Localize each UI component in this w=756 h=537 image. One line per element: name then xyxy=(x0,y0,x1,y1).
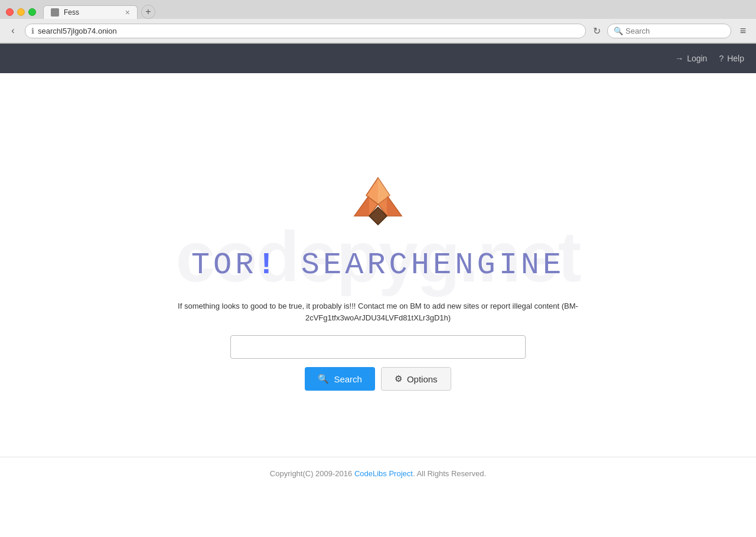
nav-bar: ‹ ℹ ↻ 🔍 ≡ xyxy=(0,19,756,43)
security-info-icon[interactable]: ℹ xyxy=(31,27,34,35)
fullscreen-traffic-light[interactable] xyxy=(28,8,36,16)
options-icon: ⚙ xyxy=(395,374,402,384)
tab-favicon xyxy=(51,8,59,17)
browser-chrome: Fess × + ‹ ℹ ↻ 🔍 ≡ xyxy=(0,0,756,44)
search-button-icon: 🔍 xyxy=(318,374,329,384)
active-tab[interactable]: Fess × xyxy=(43,5,138,19)
search-area: 🔍 Search ⚙ Options xyxy=(230,335,526,391)
footer-rights: . All Rights Reserved. xyxy=(413,469,486,478)
logo-container xyxy=(343,163,413,236)
help-nav-item[interactable]: ? Help xyxy=(719,54,744,63)
address-bar[interactable]: ℹ xyxy=(25,24,586,38)
tab-close-button[interactable]: × xyxy=(125,8,130,17)
browser-menu-button[interactable]: ≡ xyxy=(735,22,751,39)
main-search-input[interactable] xyxy=(230,335,526,359)
help-icon: ? xyxy=(719,54,724,63)
title-bar: Fess × + xyxy=(0,0,756,19)
options-button-label: Options xyxy=(407,374,438,384)
back-button[interactable]: ‹ xyxy=(5,22,21,39)
title-exclamation: ! xyxy=(257,248,279,283)
address-input[interactable] xyxy=(38,27,579,35)
title-part1: Tor xyxy=(191,248,258,283)
tab-bar: Fess × + xyxy=(43,5,750,19)
search-button-label: Search xyxy=(334,374,362,384)
reload-button[interactable]: ↻ xyxy=(589,24,604,38)
main-content: codepyg.net Tor! SearchEngine If somethi… xyxy=(0,73,756,457)
login-icon: → xyxy=(675,54,683,63)
options-button[interactable]: ⚙ Options xyxy=(381,367,451,391)
footer-copyright: Copyright(C) 2009-2016 xyxy=(270,469,352,478)
browser-search-icon: 🔍 xyxy=(614,27,623,35)
title-part2: SearchEngine xyxy=(301,248,565,283)
search-button[interactable]: 🔍 Search xyxy=(305,367,375,391)
site-title: Tor! SearchEngine xyxy=(191,248,565,283)
disclaimer-text: If something looks to good to be true, i… xyxy=(142,300,614,323)
new-tab-button[interactable]: + xyxy=(141,5,155,19)
tab-title: Fess xyxy=(64,8,120,17)
minimize-traffic-light[interactable] xyxy=(17,8,25,16)
site-header: → Login ? Help xyxy=(0,44,756,73)
header-nav: → Login ? Help xyxy=(675,54,744,63)
close-traffic-light[interactable] xyxy=(6,8,14,16)
svg-marker-5 xyxy=(354,195,369,216)
browser-search-input[interactable] xyxy=(625,27,725,35)
login-label: Login xyxy=(687,54,707,63)
site-footer: Copyright(C) 2009-2016 CodeLibs Project.… xyxy=(0,457,756,490)
site-logo xyxy=(343,163,413,234)
svg-marker-6 xyxy=(387,195,402,216)
search-buttons: 🔍 Search ⚙ Options xyxy=(305,367,451,391)
footer-link[interactable]: CodeLibs Project xyxy=(354,469,413,478)
login-nav-item[interactable]: → Login xyxy=(675,54,707,63)
browser-search-bar[interactable]: 🔍 xyxy=(607,24,731,38)
help-label: Help xyxy=(727,54,744,63)
traffic-lights xyxy=(6,8,36,16)
